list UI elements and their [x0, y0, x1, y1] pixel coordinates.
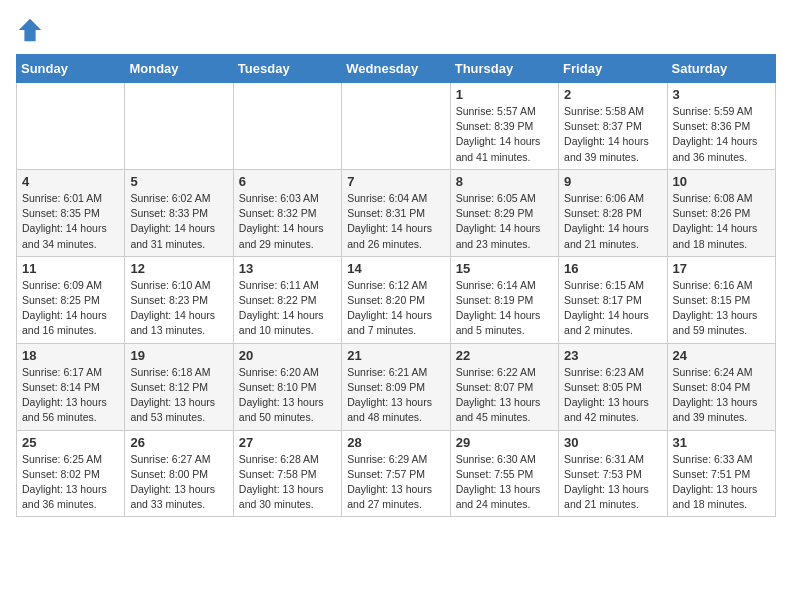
calendar-header-friday: Friday — [559, 55, 667, 83]
calendar-cell: 13Sunrise: 6:11 AM Sunset: 8:22 PM Dayli… — [233, 256, 341, 343]
day-info: Sunrise: 6:23 AM Sunset: 8:05 PM Dayligh… — [564, 365, 661, 426]
day-number: 23 — [564, 348, 661, 363]
calendar-cell: 8Sunrise: 6:05 AM Sunset: 8:29 PM Daylig… — [450, 169, 558, 256]
calendar-cell: 10Sunrise: 6:08 AM Sunset: 8:26 PM Dayli… — [667, 169, 775, 256]
day-info: Sunrise: 6:24 AM Sunset: 8:04 PM Dayligh… — [673, 365, 770, 426]
day-info: Sunrise: 6:20 AM Sunset: 8:10 PM Dayligh… — [239, 365, 336, 426]
day-info: Sunrise: 6:01 AM Sunset: 8:35 PM Dayligh… — [22, 191, 119, 252]
calendar-header-thursday: Thursday — [450, 55, 558, 83]
calendar-cell: 25Sunrise: 6:25 AM Sunset: 8:02 PM Dayli… — [17, 430, 125, 517]
day-number: 19 — [130, 348, 227, 363]
day-info: Sunrise: 6:28 AM Sunset: 7:58 PM Dayligh… — [239, 452, 336, 513]
day-number: 6 — [239, 174, 336, 189]
day-number: 12 — [130, 261, 227, 276]
calendar-cell — [233, 83, 341, 170]
day-info: Sunrise: 6:12 AM Sunset: 8:20 PM Dayligh… — [347, 278, 444, 339]
calendar-cell: 7Sunrise: 6:04 AM Sunset: 8:31 PM Daylig… — [342, 169, 450, 256]
day-number: 3 — [673, 87, 770, 102]
calendar-week-3: 11Sunrise: 6:09 AM Sunset: 8:25 PM Dayli… — [17, 256, 776, 343]
day-info: Sunrise: 6:22 AM Sunset: 8:07 PM Dayligh… — [456, 365, 553, 426]
day-info: Sunrise: 6:27 AM Sunset: 8:00 PM Dayligh… — [130, 452, 227, 513]
page-header — [16, 16, 776, 44]
calendar-cell: 4Sunrise: 6:01 AM Sunset: 8:35 PM Daylig… — [17, 169, 125, 256]
calendar-cell — [17, 83, 125, 170]
day-info: Sunrise: 6:17 AM Sunset: 8:14 PM Dayligh… — [22, 365, 119, 426]
calendar-cell: 24Sunrise: 6:24 AM Sunset: 8:04 PM Dayli… — [667, 343, 775, 430]
calendar-cell: 6Sunrise: 6:03 AM Sunset: 8:32 PM Daylig… — [233, 169, 341, 256]
day-info: Sunrise: 6:05 AM Sunset: 8:29 PM Dayligh… — [456, 191, 553, 252]
calendar-cell: 20Sunrise: 6:20 AM Sunset: 8:10 PM Dayli… — [233, 343, 341, 430]
day-info: Sunrise: 6:31 AM Sunset: 7:53 PM Dayligh… — [564, 452, 661, 513]
day-number: 16 — [564, 261, 661, 276]
day-info: Sunrise: 6:11 AM Sunset: 8:22 PM Dayligh… — [239, 278, 336, 339]
day-info: Sunrise: 5:58 AM Sunset: 8:37 PM Dayligh… — [564, 104, 661, 165]
day-number: 26 — [130, 435, 227, 450]
day-number: 21 — [347, 348, 444, 363]
calendar-cell: 23Sunrise: 6:23 AM Sunset: 8:05 PM Dayli… — [559, 343, 667, 430]
calendar-cell: 22Sunrise: 6:22 AM Sunset: 8:07 PM Dayli… — [450, 343, 558, 430]
calendar-header-saturday: Saturday — [667, 55, 775, 83]
calendar-cell: 12Sunrise: 6:10 AM Sunset: 8:23 PM Dayli… — [125, 256, 233, 343]
day-number: 22 — [456, 348, 553, 363]
day-number: 4 — [22, 174, 119, 189]
calendar-cell: 17Sunrise: 6:16 AM Sunset: 8:15 PM Dayli… — [667, 256, 775, 343]
calendar-table: SundayMondayTuesdayWednesdayThursdayFrid… — [16, 54, 776, 517]
calendar-week-1: 1Sunrise: 5:57 AM Sunset: 8:39 PM Daylig… — [17, 83, 776, 170]
day-number: 1 — [456, 87, 553, 102]
day-info: Sunrise: 6:06 AM Sunset: 8:28 PM Dayligh… — [564, 191, 661, 252]
calendar-week-5: 25Sunrise: 6:25 AM Sunset: 8:02 PM Dayli… — [17, 430, 776, 517]
calendar-cell: 14Sunrise: 6:12 AM Sunset: 8:20 PM Dayli… — [342, 256, 450, 343]
day-info: Sunrise: 6:04 AM Sunset: 8:31 PM Dayligh… — [347, 191, 444, 252]
day-number: 20 — [239, 348, 336, 363]
calendar-cell: 9Sunrise: 6:06 AM Sunset: 8:28 PM Daylig… — [559, 169, 667, 256]
day-number: 15 — [456, 261, 553, 276]
day-number: 9 — [564, 174, 661, 189]
day-number: 10 — [673, 174, 770, 189]
day-info: Sunrise: 6:33 AM Sunset: 7:51 PM Dayligh… — [673, 452, 770, 513]
calendar-cell: 15Sunrise: 6:14 AM Sunset: 8:19 PM Dayli… — [450, 256, 558, 343]
calendar-cell: 2Sunrise: 5:58 AM Sunset: 8:37 PM Daylig… — [559, 83, 667, 170]
calendar-cell: 30Sunrise: 6:31 AM Sunset: 7:53 PM Dayli… — [559, 430, 667, 517]
calendar-cell: 31Sunrise: 6:33 AM Sunset: 7:51 PM Dayli… — [667, 430, 775, 517]
calendar-header-wednesday: Wednesday — [342, 55, 450, 83]
day-number: 18 — [22, 348, 119, 363]
day-info: Sunrise: 6:18 AM Sunset: 8:12 PM Dayligh… — [130, 365, 227, 426]
day-info: Sunrise: 6:14 AM Sunset: 8:19 PM Dayligh… — [456, 278, 553, 339]
calendar-cell: 3Sunrise: 5:59 AM Sunset: 8:36 PM Daylig… — [667, 83, 775, 170]
day-info: Sunrise: 6:02 AM Sunset: 8:33 PM Dayligh… — [130, 191, 227, 252]
calendar-header-sunday: Sunday — [17, 55, 125, 83]
day-number: 2 — [564, 87, 661, 102]
day-info: Sunrise: 6:09 AM Sunset: 8:25 PM Dayligh… — [22, 278, 119, 339]
day-info: Sunrise: 6:16 AM Sunset: 8:15 PM Dayligh… — [673, 278, 770, 339]
calendar-cell: 28Sunrise: 6:29 AM Sunset: 7:57 PM Dayli… — [342, 430, 450, 517]
day-number: 14 — [347, 261, 444, 276]
day-info: Sunrise: 5:57 AM Sunset: 8:39 PM Dayligh… — [456, 104, 553, 165]
calendar-cell: 5Sunrise: 6:02 AM Sunset: 8:33 PM Daylig… — [125, 169, 233, 256]
day-number: 27 — [239, 435, 336, 450]
day-number: 17 — [673, 261, 770, 276]
day-number: 29 — [456, 435, 553, 450]
calendar-cell — [125, 83, 233, 170]
calendar-cell: 18Sunrise: 6:17 AM Sunset: 8:14 PM Dayli… — [17, 343, 125, 430]
day-number: 28 — [347, 435, 444, 450]
calendar-header-tuesday: Tuesday — [233, 55, 341, 83]
day-number: 13 — [239, 261, 336, 276]
day-info: Sunrise: 5:59 AM Sunset: 8:36 PM Dayligh… — [673, 104, 770, 165]
calendar-cell: 19Sunrise: 6:18 AM Sunset: 8:12 PM Dayli… — [125, 343, 233, 430]
day-info: Sunrise: 6:30 AM Sunset: 7:55 PM Dayligh… — [456, 452, 553, 513]
logo — [16, 16, 48, 44]
day-info: Sunrise: 6:03 AM Sunset: 8:32 PM Dayligh… — [239, 191, 336, 252]
day-info: Sunrise: 6:10 AM Sunset: 8:23 PM Dayligh… — [130, 278, 227, 339]
svg-marker-0 — [19, 19, 41, 41]
calendar-header-monday: Monday — [125, 55, 233, 83]
calendar-cell — [342, 83, 450, 170]
day-info: Sunrise: 6:08 AM Sunset: 8:26 PM Dayligh… — [673, 191, 770, 252]
day-number: 5 — [130, 174, 227, 189]
day-number: 24 — [673, 348, 770, 363]
day-number: 30 — [564, 435, 661, 450]
calendar-cell: 29Sunrise: 6:30 AM Sunset: 7:55 PM Dayli… — [450, 430, 558, 517]
calendar-cell: 21Sunrise: 6:21 AM Sunset: 8:09 PM Dayli… — [342, 343, 450, 430]
day-info: Sunrise: 6:29 AM Sunset: 7:57 PM Dayligh… — [347, 452, 444, 513]
day-number: 7 — [347, 174, 444, 189]
calendar-cell: 26Sunrise: 6:27 AM Sunset: 8:00 PM Dayli… — [125, 430, 233, 517]
